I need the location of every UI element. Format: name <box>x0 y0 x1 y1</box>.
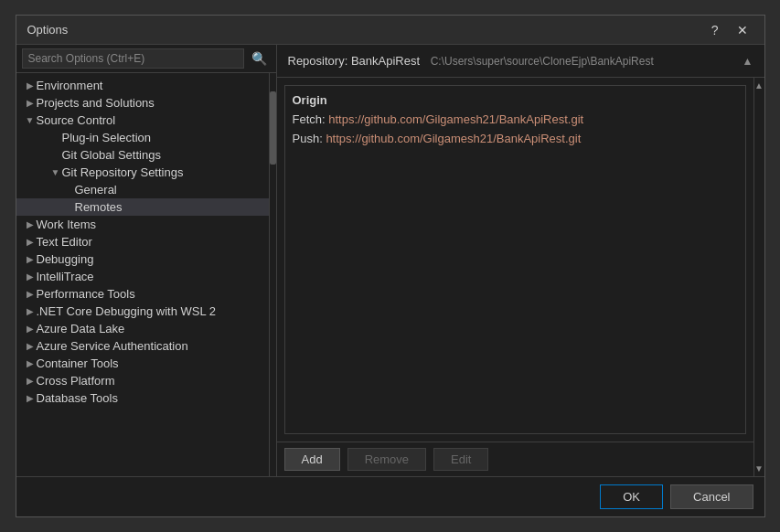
tree-item-database-tools[interactable]: ▶Database Tools <box>16 389 269 407</box>
repo-path: C:\Users\super\source\CloneEjp\BankApiRe… <box>431 55 654 68</box>
repo-info: Repository: BankApiRest C:\Users\super\s… <box>288 54 654 68</box>
scroll-thumb <box>270 91 276 165</box>
help-button[interactable]: ? <box>706 22 724 38</box>
tree-label-git-global-settings: Git Global Settings <box>62 148 161 162</box>
tree-label-cross-platform: Cross Platform <box>37 374 115 388</box>
tree-item-text-editor[interactable]: ▶Text Editor <box>16 233 269 250</box>
push-url: https://github.com/Gilgamesh21/BankApiRe… <box>326 132 581 145</box>
tree-label-general: General <box>75 183 117 197</box>
tree-label-work-items: Work Items <box>37 218 97 231</box>
tree-arrow-azure-service-auth: ▶ <box>24 341 37 351</box>
right-panel-inner: Origin Fetch: https://github.com/Gilgame… <box>277 78 764 476</box>
edit-button[interactable]: Edit <box>433 448 488 471</box>
push-line: Push: https://github.com/Gilgamesh21/Ban… <box>293 130 738 149</box>
action-buttons: Add Remove Edit <box>277 442 753 476</box>
tree-arrow-azure-data-lake: ▶ <box>24 324 37 334</box>
tree-label-azure-service-auth: Azure Service Authentication <box>37 339 188 353</box>
tree-label-debugging: Debugging <box>37 252 94 266</box>
scroll-arrow-up[interactable]: ▲ <box>754 80 764 91</box>
origin-title: Origin <box>293 93 738 107</box>
tree-arrow-cross-platform: ▶ <box>24 376 37 386</box>
tree-label-plugin-selection: Plug-in Selection <box>62 131 152 144</box>
repo-label-text: Repository: <box>288 54 348 68</box>
tree-arrow-performance-tools: ▶ <box>24 289 37 299</box>
remove-button[interactable]: Remove <box>347 448 426 471</box>
tree-arrow-environment: ▶ <box>24 80 37 90</box>
repo-label: Repository: BankApiRest C:\Users\super\s… <box>288 54 654 68</box>
tree-item-cross-platform[interactable]: ▶Cross Platform <box>16 372 269 389</box>
tree-item-container-tools[interactable]: ▶Container Tools <box>16 355 269 372</box>
right-header: Repository: BankApiRest C:\Users\super\s… <box>277 45 764 78</box>
options-dialog: Options ? ✕ 🔍 ▶Environment▶Projects and … <box>16 15 765 517</box>
tree-item-environment[interactable]: ▶Environment <box>16 77 269 94</box>
right-content: Origin Fetch: https://github.com/Gilgame… <box>277 78 753 442</box>
add-button[interactable]: Add <box>284 448 340 471</box>
tree-item-intellitrace[interactable]: ▶IntelliTrace <box>16 268 269 285</box>
title-bar-right: ? ✕ <box>706 22 753 38</box>
title-bar-left: Options <box>27 23 69 37</box>
tree-arrow-intellitrace: ▶ <box>24 271 37 282</box>
ok-button[interactable]: OK <box>600 484 663 509</box>
right-scrollbar: ▲ ▼ <box>753 78 764 476</box>
dialog-title: Options <box>27 23 69 37</box>
tree-item-projects-solutions[interactable]: ▶Projects and Solutions <box>16 94 269 112</box>
scroll-up-button[interactable]: ▲ <box>743 55 753 68</box>
tree-label-database-tools: Database Tools <box>37 391 118 405</box>
title-bar: Options ? ✕ <box>16 16 764 45</box>
tree-label-azure-data-lake: Azure Data Lake <box>37 322 125 335</box>
tree-item-azure-data-lake[interactable]: ▶Azure Data Lake <box>16 320 269 337</box>
search-bar: 🔍 <box>16 45 276 73</box>
tree-item-debugging[interactable]: ▶Debugging <box>16 250 269 268</box>
tree-label-git-repo-settings: Git Repository Settings <box>62 165 184 179</box>
tree-arrow-container-tools: ▶ <box>24 358 37 368</box>
tree-label-intellitrace: IntelliTrace <box>37 270 94 283</box>
tree-item-azure-service-auth[interactable]: ▶Azure Service Authentication <box>16 337 269 355</box>
tree-label-environment: Environment <box>37 79 103 92</box>
tree-arrow-source-control: ▼ <box>24 115 37 125</box>
tree-label-container-tools: Container Tools <box>37 356 119 370</box>
search-input[interactable] <box>22 48 244 69</box>
tree-arrow-database-tools: ▶ <box>24 393 37 403</box>
dialog-body: 🔍 ▶Environment▶Projects and Solutions▼So… <box>16 45 764 476</box>
left-scrollbar <box>269 73 276 476</box>
tree-label-net-core-debugging: .NET Core Debugging with WSL 2 <box>37 304 217 318</box>
push-label: Push: <box>293 132 323 145</box>
tree-item-net-core-debugging[interactable]: ▶.NET Core Debugging with WSL 2 <box>16 303 269 320</box>
tree-label-performance-tools: Performance Tools <box>37 287 135 301</box>
tree-arrow-text-editor: ▶ <box>24 237 37 247</box>
tree-label-remotes: Remotes <box>75 200 123 214</box>
tree-arrow-debugging: ▶ <box>24 254 37 264</box>
tree-item-work-items[interactable]: ▶Work Items <box>16 216 269 233</box>
tree-item-source-control[interactable]: ▼Source Control <box>16 112 269 129</box>
left-panel: 🔍 ▶Environment▶Projects and Solutions▼So… <box>16 45 277 476</box>
tree-item-performance-tools[interactable]: ▶Performance Tools <box>16 285 269 303</box>
tree-arrow-net-core-debugging: ▶ <box>24 306 37 316</box>
fetch-label: Fetch: <box>293 112 326 126</box>
search-icon[interactable]: 🔍 <box>248 49 271 68</box>
dialog-footer: OK Cancel <box>16 476 764 516</box>
tree-label-projects-solutions: Projects and Solutions <box>37 96 155 110</box>
scroll-arrow-down[interactable]: ▼ <box>754 463 764 474</box>
repo-name: BankApiRest <box>351 54 420 68</box>
close-button[interactable]: ✕ <box>732 22 753 38</box>
tree-label-text-editor: Text Editor <box>37 235 92 249</box>
cancel-button[interactable]: Cancel <box>670 484 753 509</box>
tree-label-source-control: Source Control <box>37 113 116 127</box>
fetch-url: https://github.com/Gilgamesh21/BankApiRe… <box>328 112 583 126</box>
right-panel: Repository: BankApiRest C:\Users\super\s… <box>277 45 764 476</box>
tree-arrow-work-items: ▶ <box>24 219 37 229</box>
tree-arrow-projects-solutions: ▶ <box>24 98 37 108</box>
tree-arrow-git-repo-settings: ▼ <box>49 167 62 177</box>
tree-item-git-global-settings[interactable]: Git Global Settings <box>16 146 269 164</box>
fetch-line: Fetch: https://github.com/Gilgamesh21/Ba… <box>293 111 738 130</box>
tree-item-general[interactable]: General <box>16 181 269 198</box>
tree-item-git-repo-settings[interactable]: ▼Git Repository Settings <box>16 164 269 181</box>
tree-item-remotes[interactable]: Remotes <box>16 198 269 216</box>
remotes-box: Origin Fetch: https://github.com/Gilgame… <box>284 85 746 434</box>
tree-container: ▶Environment▶Projects and Solutions▼Sour… <box>16 73 269 476</box>
tree-item-plugin-selection[interactable]: Plug-in Selection <box>16 129 269 146</box>
